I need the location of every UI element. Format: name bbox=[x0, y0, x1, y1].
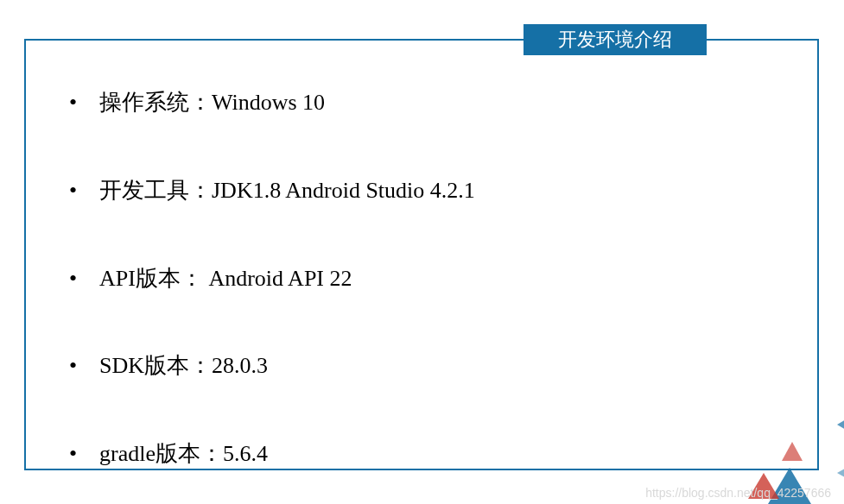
decoration-triangle-icon bbox=[782, 442, 803, 461]
watermark: https://blog.csdn.net/qq_42257666 bbox=[645, 486, 831, 500]
title-tab: 开发环境介绍 bbox=[524, 24, 707, 55]
title-text: 开发环境介绍 bbox=[558, 27, 672, 53]
list-item: API版本： Android API 22 bbox=[99, 264, 774, 293]
bullet-list: 操作系统：Windows 10 开发工具：JDK1.8 Android Stud… bbox=[26, 41, 817, 469]
decoration-triangle-icon bbox=[837, 466, 844, 480]
content-box: 操作系统：Windows 10 开发工具：JDK1.8 Android Stud… bbox=[24, 39, 819, 470]
list-item: 操作系统：Windows 10 bbox=[99, 88, 774, 117]
list-item: 开发工具：JDK1.8 Android Studio 4.2.1 bbox=[99, 176, 774, 205]
list-item: gradle版本：5.6.4 bbox=[99, 439, 774, 469]
decoration-triangle-icon bbox=[837, 414, 844, 435]
list-item: SDK版本：28.0.3 bbox=[99, 351, 774, 381]
